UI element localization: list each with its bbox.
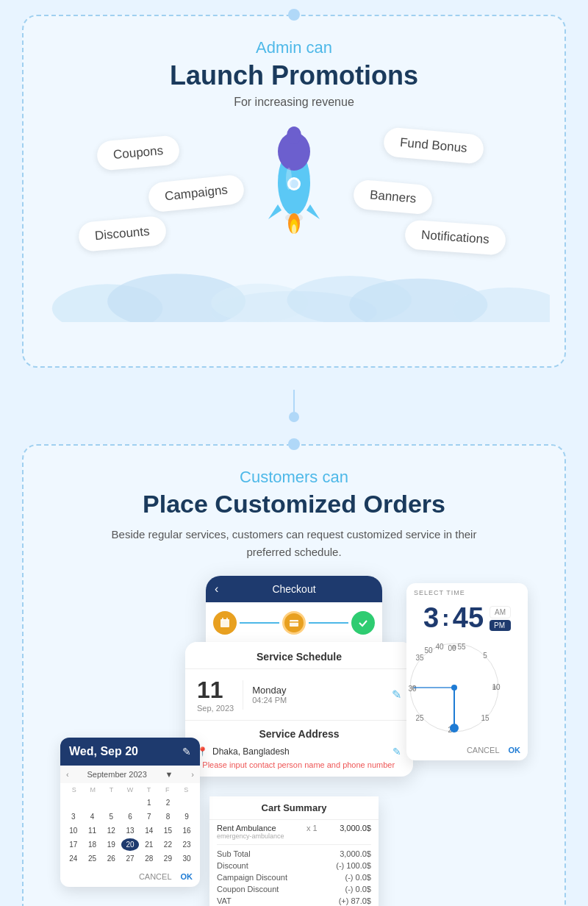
cal-day-28[interactable]: 28 bbox=[140, 852, 158, 865]
time-cancel-button[interactable]: CANCEL bbox=[467, 746, 500, 755]
bubble-discounts: Discounts bbox=[77, 215, 167, 252]
cal-day-6[interactable]: 6 bbox=[121, 810, 139, 823]
cart-item-row: Rent Ambulance emergency-ambulance x 1 3… bbox=[209, 820, 379, 841]
schedule-title: Service Schedule bbox=[197, 651, 401, 663]
cart-item-qty: x 1 bbox=[306, 824, 318, 840]
cart-item-sub: emergency-ambulance bbox=[217, 832, 284, 840]
cal-next-arrow[interactable]: › bbox=[191, 770, 194, 779]
cal-day-29[interactable]: 29 bbox=[159, 852, 177, 865]
time-picker-widget: SELECT TIME 3 : 45 AM PM 00 5 bbox=[406, 583, 528, 760]
svg-text:35: 35 bbox=[415, 654, 424, 662]
rocket-illustration bbox=[261, 124, 327, 244]
cal-day-21[interactable]: 21 bbox=[140, 838, 158, 851]
pm-button[interactable]: PM bbox=[490, 620, 511, 631]
cal-day-9[interactable]: 9 bbox=[178, 810, 196, 823]
orders-description: Beside regular services, customers can r… bbox=[88, 526, 500, 561]
cal-day-8[interactable]: 8 bbox=[159, 810, 177, 823]
time-colon: : bbox=[442, 604, 450, 632]
back-arrow-icon[interactable]: ‹ bbox=[215, 582, 218, 596]
am-button[interactable]: AM bbox=[490, 606, 511, 618]
svg-text:30: 30 bbox=[408, 685, 417, 693]
cal-day-20-today[interactable]: 20 bbox=[121, 838, 139, 851]
time-ok-button[interactable]: OK bbox=[509, 746, 521, 755]
time-display: 3 : 45 AM PM bbox=[406, 599, 528, 637]
cal-day-23[interactable]: 23 bbox=[178, 838, 196, 851]
bubble-banners: Banners bbox=[352, 179, 433, 215]
orders-section: Customers can Place Customized Orders Be… bbox=[22, 444, 566, 906]
clock-face-svg: 00 5 10 15 20 25 30 35 40 50 55 bbox=[406, 640, 502, 735]
calendar-date-label: Wed, Sep 20 bbox=[69, 745, 138, 758]
cal-day-22[interactable]: 22 bbox=[159, 838, 177, 851]
edit-address-icon[interactable]: ✎ bbox=[392, 746, 401, 757]
svg-text:55: 55 bbox=[457, 643, 466, 651]
cal-day-26[interactable]: 26 bbox=[102, 852, 120, 865]
cal-day-24[interactable]: 24 bbox=[65, 852, 82, 865]
bubble-coupons: Coupons bbox=[96, 135, 180, 171]
cal-ok-button[interactable]: OK bbox=[181, 872, 193, 881]
cal-day-18[interactable]: 18 bbox=[84, 838, 101, 851]
schedule-time: 04:24 PM bbox=[252, 696, 287, 705]
cal-day-5[interactable]: 5 bbox=[102, 810, 120, 823]
cal-day-4[interactable]: 4 bbox=[84, 810, 101, 823]
checkout-header: ‹ Checkout bbox=[206, 576, 382, 602]
subtotal-label: Sub Total bbox=[217, 849, 251, 858]
section-dot bbox=[288, 9, 300, 21]
address-section: Service Address 📍 Dhaka, Bangladesh ✎ * … bbox=[185, 721, 413, 777]
svg-text:00: 00 bbox=[448, 644, 456, 652]
calendar-grid: S M T W T F S 1 2 3 4 bbox=[60, 783, 200, 868]
schedule-day: 11 bbox=[197, 677, 234, 704]
schedule-weekday-time: Monday 04:24 PM bbox=[252, 685, 287, 705]
svg-point-16 bbox=[287, 276, 412, 322]
calendar-month-year: September 2023 bbox=[87, 770, 146, 779]
cal-day-17[interactable]: 17 bbox=[65, 838, 82, 851]
address-location: Dhaka, Bangladesh bbox=[212, 746, 290, 757]
cloud-background bbox=[38, 253, 550, 322]
cal-day-10[interactable]: 10 bbox=[65, 824, 82, 837]
cal-day-15[interactable]: 15 bbox=[159, 824, 177, 837]
cal-day-1[interactable]: 1 bbox=[140, 796, 158, 809]
bubble-fund-bonus: Fund Bonus bbox=[383, 126, 485, 165]
cal-day-7[interactable]: 7 bbox=[140, 810, 158, 823]
cart-item-price: 3,000.0$ bbox=[340, 824, 371, 840]
cal-prev-arrow[interactable]: ‹ bbox=[66, 770, 69, 779]
cal-day-3[interactable]: 3 bbox=[65, 810, 82, 823]
cal-day-2[interactable]: 2 bbox=[159, 796, 177, 809]
cart-vat: VAT (+) 87.0$ bbox=[209, 895, 379, 906]
svg-text:15: 15 bbox=[481, 714, 490, 722]
schedule-weekday: Monday bbox=[252, 685, 287, 696]
cal-cancel-button[interactable]: CANCEL bbox=[139, 872, 172, 881]
cal-day-14[interactable]: 14 bbox=[140, 824, 158, 837]
bubble-campaigns: Campaigns bbox=[147, 174, 245, 213]
edit-schedule-icon[interactable]: ✎ bbox=[392, 688, 401, 702]
svg-text:50: 50 bbox=[424, 646, 433, 654]
campaign-discount-label: Campaign Discount bbox=[217, 873, 287, 882]
calendar-dropdown-icon[interactable]: ▼ bbox=[165, 770, 173, 779]
ampm-selector: AM PM bbox=[490, 606, 511, 631]
coupon-discount-label: Coupon Discount bbox=[217, 885, 279, 893]
cal-day-11[interactable]: 11 bbox=[84, 824, 101, 837]
cart-title: Cart Summary bbox=[209, 796, 379, 820]
cal-day-25[interactable]: 25 bbox=[84, 852, 101, 865]
cart-item-info: Rent Ambulance emergency-ambulance bbox=[217, 824, 284, 840]
address-location-row: 📍 Dhaka, Bangladesh ✎ bbox=[197, 746, 401, 757]
cal-day-13[interactable]: 13 bbox=[121, 824, 139, 837]
calendar-edit-icon[interactable]: ✎ bbox=[182, 746, 191, 757]
campaign-discount-value: (-) 0.0$ bbox=[345, 873, 371, 882]
schedule-date: 11 Sep, 2023 bbox=[197, 677, 234, 713]
calendar-widget: Wed, Sep 20 ✎ ‹ September 2023 ▼ › S M T… bbox=[60, 738, 200, 887]
step-payment-icon bbox=[282, 611, 306, 635]
cal-day-30[interactable]: 30 bbox=[178, 852, 196, 865]
cal-day-27[interactable]: 27 bbox=[121, 852, 139, 865]
cal-day-12[interactable]: 12 bbox=[102, 824, 120, 837]
svg-text:25: 25 bbox=[415, 714, 424, 722]
calendar-days-header: S M T W T F S bbox=[65, 786, 196, 793]
schedule-header: Service Schedule bbox=[185, 642, 413, 669]
svg-text:10: 10 bbox=[492, 683, 501, 691]
step-complete-icon bbox=[351, 611, 375, 635]
orders-title: Place Customized Orders bbox=[38, 490, 550, 518]
cal-day-19[interactable]: 19 bbox=[102, 838, 120, 851]
connector-dot bbox=[289, 412, 299, 422]
cal-day-16[interactable]: 16 bbox=[178, 824, 196, 837]
connector-line bbox=[293, 390, 295, 412]
svg-rect-17 bbox=[220, 619, 229, 627]
